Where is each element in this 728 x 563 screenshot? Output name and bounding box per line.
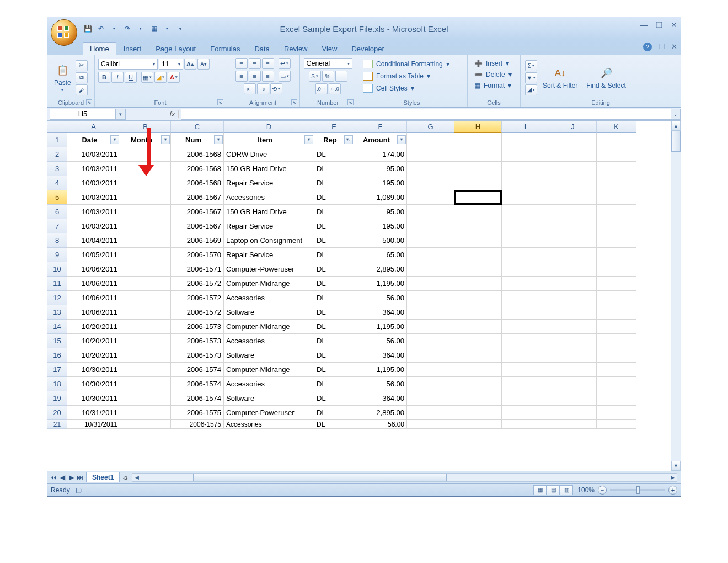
cell[interactable]: 1,195.00: [354, 363, 407, 377]
cell[interactable]: [120, 248, 171, 262]
zoom-level[interactable]: 100%: [577, 486, 595, 494]
filter-rep-icon[interactable]: ▾↓: [344, 135, 353, 144]
new-sheet-icon[interactable]: ☼: [122, 473, 129, 481]
cell[interactable]: 2,895.00: [354, 262, 407, 277]
cell[interactable]: 174.00: [354, 147, 407, 162]
filter-amount-icon[interactable]: ▾: [397, 135, 406, 144]
cell[interactable]: 150 GB Hard Drive: [224, 205, 314, 219]
indent-right-icon[interactable]: ⇥: [257, 83, 269, 94]
cell[interactable]: 10/04/2011: [67, 233, 120, 248]
row-header[interactable]: 20: [47, 406, 67, 420]
cell[interactable]: 1,195.00: [354, 320, 407, 334]
cell[interactable]: [549, 176, 597, 190]
cell[interactable]: [597, 406, 636, 420]
fill-color-icon[interactable]: ◢: [154, 72, 167, 83]
sheet-next-icon[interactable]: ▶: [67, 474, 75, 481]
cell[interactable]: [407, 147, 454, 162]
sheet-prev-icon[interactable]: ◀: [58, 474, 66, 481]
cell[interactable]: [120, 262, 171, 277]
cell[interactable]: 2006-1575: [171, 406, 224, 420]
wrap-text-icon[interactable]: ↩: [279, 58, 291, 69]
tab-review[interactable]: Review: [277, 42, 315, 55]
cell[interactable]: DL: [314, 176, 354, 190]
cell[interactable]: [549, 348, 597, 363]
cell[interactable]: Computer-Poweruser: [224, 262, 314, 277]
cell[interactable]: [454, 320, 502, 334]
redo-icon[interactable]: ↷: [122, 24, 132, 34]
filter-month-icon[interactable]: ▾: [161, 135, 170, 144]
cell[interactable]: Repair Service: [224, 248, 314, 262]
format-as-table-button[interactable]: Format as Table ▾: [361, 71, 432, 82]
cell[interactable]: [120, 233, 171, 248]
cell[interactable]: [597, 277, 636, 291]
copy-icon[interactable]: ⧉: [76, 72, 88, 83]
wb-close-icon[interactable]: ✕: [671, 43, 677, 51]
cell[interactable]: [120, 205, 171, 219]
filter-num-icon[interactable]: ▾: [214, 135, 223, 144]
cell[interactable]: [597, 377, 636, 391]
col-header-K[interactable]: K: [597, 121, 636, 133]
cell[interactable]: [502, 305, 549, 320]
cell[interactable]: [502, 391, 549, 406]
cell[interactable]: Software: [224, 348, 314, 363]
cell[interactable]: 95.00: [354, 162, 407, 176]
scroll-down-icon[interactable]: ▼: [671, 461, 681, 471]
cell[interactable]: [120, 219, 171, 233]
cell[interactable]: [597, 219, 636, 233]
cell[interactable]: [502, 190, 549, 205]
cell[interactable]: Accessories: [224, 190, 314, 205]
cell[interactable]: 10/20/2011: [67, 348, 120, 363]
cell[interactable]: [120, 377, 171, 391]
tab-data[interactable]: Data: [247, 42, 276, 55]
cell[interactable]: Computer-Midrange: [224, 277, 314, 291]
percent-icon[interactable]: %: [322, 71, 334, 82]
cell[interactable]: DL: [314, 162, 354, 176]
cell[interactable]: [454, 205, 502, 219]
cell[interactable]: [549, 190, 597, 205]
cell[interactable]: [597, 262, 636, 277]
cell[interactable]: DL: [314, 334, 354, 348]
col-header-B[interactable]: B: [120, 121, 171, 133]
align-left-icon[interactable]: ≡: [235, 71, 248, 82]
row-header[interactable]: 5: [47, 190, 67, 205]
cell[interactable]: [597, 305, 636, 320]
cell[interactable]: 2,895.00: [354, 406, 407, 420]
cell[interactable]: 2006-1567: [171, 205, 224, 219]
cell[interactable]: [407, 320, 454, 334]
cell[interactable]: 10/03/2011: [67, 190, 120, 205]
cell[interactable]: Software: [224, 391, 314, 406]
cell[interactable]: [549, 391, 597, 406]
spreadsheet-grid[interactable]: ABCDEFGHIJK 1Date▾Month▾Num▾Item▾Rep▾↓Am…: [47, 121, 681, 471]
cell[interactable]: 1,195.00: [354, 277, 407, 291]
formula-expand-icon[interactable]: ⌄: [671, 109, 681, 120]
minimize-icon[interactable]: —: [640, 20, 648, 29]
cell[interactable]: 10/30/2011: [67, 363, 120, 377]
fx-icon[interactable]: fx: [167, 110, 179, 118]
align-top-icon[interactable]: ≡: [235, 58, 248, 69]
cell[interactable]: [407, 248, 454, 262]
cell[interactable]: Accessories: [224, 291, 314, 305]
cell[interactable]: [597, 248, 636, 262]
cell[interactable]: 10/30/2011: [67, 377, 120, 391]
cell[interactable]: [454, 334, 502, 348]
cell[interactable]: 2006-1573: [171, 320, 224, 334]
cell[interactable]: [120, 320, 171, 334]
cell[interactable]: 364.00: [354, 348, 407, 363]
horizontal-scrollbar[interactable]: ◀▶: [132, 473, 677, 482]
row-header[interactable]: 12: [47, 291, 67, 305]
restore-icon[interactable]: ❐: [656, 20, 663, 29]
cell[interactable]: [120, 334, 171, 348]
row-header[interactable]: 10: [47, 262, 67, 277]
font-color-icon[interactable]: A: [168, 72, 180, 83]
row-header[interactable]: 18: [47, 377, 67, 391]
cell[interactable]: 10/03/2011: [67, 176, 120, 190]
row-header[interactable]: 21: [47, 420, 67, 429]
cell[interactable]: [407, 391, 454, 406]
row-header[interactable]: 4: [47, 176, 67, 190]
cell[interactable]: 95.00: [354, 205, 407, 219]
cell[interactable]: DL: [314, 420, 354, 429]
cell[interactable]: [549, 205, 597, 219]
row-header[interactable]: 13: [47, 305, 67, 320]
cell[interactable]: [454, 176, 502, 190]
row-header[interactable]: 16: [47, 348, 67, 363]
